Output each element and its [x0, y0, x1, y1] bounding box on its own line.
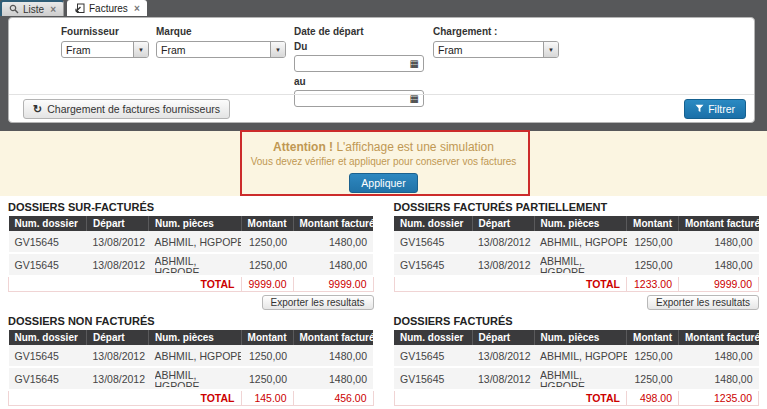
total-label: TOTAL: [394, 390, 627, 406]
export-results-button[interactable]: Exporter les resultats: [262, 295, 374, 310]
chargement-select[interactable]: Fram ▼: [433, 41, 559, 58]
column-header: Départ: [87, 216, 149, 231]
tab-liste-label: Liste: [23, 4, 44, 15]
warning-message: L'affichage est une simulation: [333, 140, 494, 154]
column-header: Départ: [472, 330, 534, 345]
table-cell: 1480,00: [293, 345, 373, 367]
table-row: GV1564513/08/2012ABHMIL, HGPOPE, DSFKKF,…: [9, 345, 374, 367]
table-header-row: Num. dossierDépartNum. piècesMontantMont…: [394, 330, 759, 345]
table-cell: GV15645: [394, 345, 472, 367]
date-du-label: Du: [294, 41, 424, 52]
table-cell: 1250,00: [627, 367, 679, 390]
reload-icon: ↻: [33, 104, 42, 115]
column-header: Montant: [627, 330, 679, 345]
table-cell: 1480,00: [679, 231, 759, 253]
dossier-table: Num. dossierDépartNum. piècesMontantMont…: [8, 330, 374, 406]
dossier-section: DOSSIERS NON FACTURÉS Num. dossierDépart…: [8, 314, 374, 409]
chevron-down-icon[interactable]: ▼: [543, 42, 558, 57]
column-header: Num. pièces: [534, 330, 627, 345]
table-cell: 1250,00: [241, 367, 293, 390]
dossier-section: DOSSIERS FACTURÉS Num. dossierDépartNum.…: [394, 314, 760, 409]
table-cell: GV15645: [9, 231, 87, 253]
marque-select[interactable]: Fram ▼: [156, 41, 286, 58]
table-cell: ABHMIL, HGPOPE, DSFKKF, TREOUI: [149, 231, 242, 253]
date-du-input[interactable]: ▦: [294, 55, 424, 72]
top-region: Liste × Factures × Fournisseur: [0, 0, 767, 131]
filter-button-label: Filtrer: [708, 103, 735, 115]
table-cell: 1480,00: [679, 345, 759, 367]
table-row: GV1564513/08/2012ABHMIL, HGPOPE, DSFKKF,…: [394, 367, 759, 390]
table-row: GV1564513/08/2012ABHMIL, HGPOPE, DSFKKF,…: [9, 253, 374, 276]
fournisseur-select[interactable]: Fram ▼: [61, 41, 149, 58]
column-header: Montant facturé: [293, 216, 373, 231]
table-cell: ABHMIL, HGPOPE, DSFKKF, TREOUI, ABHMIL, …: [149, 253, 242, 276]
table-cell: ABHMIL, HGPOPE, DSFKKF, TREOUI, ABHMIL, …: [534, 367, 627, 390]
load-invoices-button[interactable]: ↻ Chargement de factures fournisseurs: [23, 99, 230, 119]
table-cell: ABHMIL, HGPOPE, DSFKKF, TREOUI: [149, 345, 242, 367]
total-row: TOTAL145.00456.00: [9, 390, 374, 406]
table-cell: 1250,00: [627, 231, 679, 253]
total-value: 9999.00: [679, 276, 759, 292]
marque-label: Marque: [156, 26, 286, 37]
table-header-row: Num. dossierDépartNum. piècesMontantMont…: [9, 330, 374, 345]
table-cell: 13/08/2012: [472, 345, 534, 367]
filter-icon: [695, 103, 704, 115]
table-row: GV1564513/08/2012ABHMIL, HGPOPE, DSFKKF,…: [9, 231, 374, 253]
total-value: 9999.00: [293, 276, 373, 292]
export-results-button[interactable]: Exporter les resultats: [647, 295, 759, 310]
table-cell: 13/08/2012: [87, 367, 149, 390]
dossier-section: DOSSIERS FACTURÉS PARTIELLEMENT Num. dos…: [394, 200, 760, 310]
column-header: Num. dossier: [394, 330, 472, 345]
chevron-down-icon[interactable]: ▼: [270, 42, 285, 57]
column-header: Montant: [627, 216, 679, 231]
total-value: 456.00: [293, 390, 373, 406]
total-value: 498.00: [627, 390, 679, 406]
total-value: 1235.00: [679, 390, 759, 406]
filter-panel: Fournisseur Fram ▼ Marque Fram ▼ Date de…: [8, 17, 755, 123]
table-cell: 1480,00: [293, 231, 373, 253]
table-cell: 13/08/2012: [472, 231, 534, 253]
table-cell: 1250,00: [241, 231, 293, 253]
table-cell: 13/08/2012: [87, 231, 149, 253]
table-cell: ABHMIL, HGPOPE, DSFKKF, TREOUI: [534, 231, 627, 253]
table-cell: GV15645: [394, 231, 472, 253]
date-depart-label: Date de départ: [294, 26, 424, 37]
table-cell: GV15645: [394, 253, 472, 276]
total-row: TOTAL9999.009999.00: [9, 276, 374, 292]
filter-button[interactable]: Filtrer: [684, 99, 746, 119]
table-cell: 1250,00: [241, 253, 293, 276]
table-header-row: Num. dossierDépartNum. piècesMontantMont…: [9, 216, 374, 231]
panel-actions: ↻ Chargement de factures fournisseurs Fi…: [23, 99, 746, 119]
tab-liste[interactable]: Liste ×: [0, 0, 64, 16]
section-title: DOSSIERS SUR-FACTURÉS: [8, 201, 374, 213]
table-row: GV1564513/08/2012ABHMIL, HGPOPE, DSFKKF,…: [9, 367, 374, 390]
calendar-icon[interactable]: ▦: [410, 59, 419, 69]
table-row: GV1564513/08/2012ABHMIL, HGPOPE, DSFKKF,…: [394, 231, 759, 253]
table-cell: 1480,00: [293, 367, 373, 390]
dossier-table: Num. dossierDépartNum. piècesMontantMont…: [394, 216, 760, 292]
column-header: Num. pièces: [149, 330, 242, 345]
table-cell: 1250,00: [627, 253, 679, 276]
section-title: DOSSIERS FACTURÉS PARTIELLEMENT: [394, 201, 760, 213]
total-row: TOTAL1233.009999.00: [394, 276, 759, 292]
fournisseur-field: Fournisseur Fram ▼: [61, 26, 149, 58]
export-wrap: Exporter les resultats: [394, 295, 760, 310]
column-header: Montant facturé: [679, 330, 759, 345]
table-header-row: Num. dossierDépartNum. piècesMontantMont…: [394, 216, 759, 231]
panel-divider: [9, 94, 754, 95]
table-cell: 13/08/2012: [87, 345, 149, 367]
marque-value: Fram: [157, 42, 270, 57]
table-cell: GV15645: [394, 367, 472, 390]
column-header: Départ: [87, 330, 149, 345]
chevron-down-icon[interactable]: ▼: [133, 42, 148, 57]
table-cell: 13/08/2012: [472, 253, 534, 276]
warning-title: Attention !: [273, 140, 333, 154]
close-icon[interactable]: ×: [134, 3, 140, 14]
tab-factures[interactable]: Factures ×: [67, 0, 147, 16]
search-icon: [9, 4, 19, 14]
close-icon[interactable]: ×: [50, 4, 56, 15]
table-cell: 1480,00: [679, 253, 759, 276]
table-cell: 1250,00: [241, 345, 293, 367]
chargement-label: Chargement :: [433, 26, 559, 37]
apply-button[interactable]: Appliquer: [349, 173, 417, 193]
